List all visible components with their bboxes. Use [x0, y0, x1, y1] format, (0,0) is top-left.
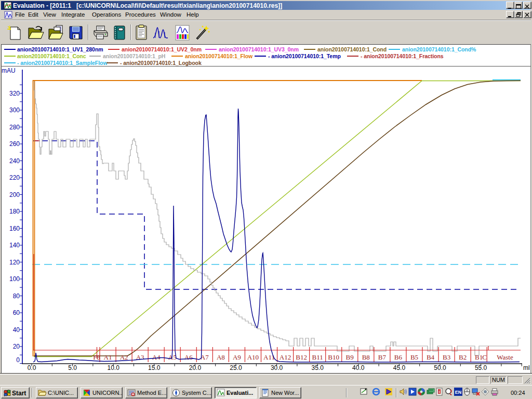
- svg-text:0.0: 0.0: [28, 364, 36, 371]
- svg-text:B12: B12: [296, 353, 307, 361]
- svg-text:A9: A9: [233, 353, 241, 361]
- svg-text:B1: B1: [475, 353, 483, 361]
- svg-text:180: 180: [9, 208, 20, 215]
- svg-text:140: 140: [9, 242, 20, 249]
- svg-text:B8: B8: [362, 353, 370, 361]
- svg-text:25.0: 25.0: [230, 364, 242, 371]
- svg-text:300: 300: [9, 107, 20, 114]
- svg-text:A11: A11: [263, 353, 275, 361]
- svg-text:30.0: 30.0: [271, 364, 283, 371]
- svg-text:0: 0: [16, 356, 20, 364]
- svg-text:80: 80: [13, 292, 20, 300]
- svg-text:120: 120: [9, 259, 20, 266]
- svg-text:Waste: Waste: [497, 353, 513, 361]
- svg-text:320: 320: [9, 90, 20, 97]
- svg-text:A12: A12: [280, 353, 291, 361]
- svg-text:60: 60: [13, 309, 20, 316]
- svg-text:220: 220: [9, 174, 20, 181]
- svg-text:A6: A6: [184, 353, 193, 361]
- svg-text:B11: B11: [312, 353, 323, 361]
- svg-text:45.0: 45.0: [393, 364, 406, 371]
- svg-text:12: 12: [131, 393, 135, 396]
- svg-text:B4: B4: [427, 353, 435, 361]
- svg-text:10.0: 10.0: [108, 364, 120, 371]
- svg-text:40: 40: [13, 326, 20, 334]
- svg-text:20.0: 20.0: [189, 364, 202, 371]
- svg-text:200: 200: [9, 191, 20, 198]
- svg-text:A8: A8: [217, 353, 225, 361]
- svg-text:B6: B6: [394, 353, 403, 361]
- svg-text:B3: B3: [443, 353, 450, 361]
- svg-text:A1: A1: [104, 353, 112, 361]
- svg-text:ml: ml: [523, 364, 530, 371]
- svg-text:B5: B5: [410, 353, 418, 361]
- svg-text:B10: B10: [328, 353, 339, 361]
- svg-text:C: C: [482, 353, 487, 361]
- svg-text:260: 260: [9, 140, 20, 148]
- svg-text:EN: EN: [455, 390, 462, 395]
- svg-text:i: i: [438, 389, 440, 394]
- svg-text:5.0: 5.0: [68, 364, 77, 371]
- svg-text:55.0: 55.0: [475, 364, 487, 371]
- svg-text:100: 100: [9, 275, 20, 283]
- svg-text:280: 280: [9, 124, 20, 131]
- svg-text:240: 240: [9, 157, 20, 165]
- svg-text:A10: A10: [247, 353, 259, 361]
- svg-text:A2: A2: [120, 353, 128, 361]
- svg-text:15.0: 15.0: [148, 364, 161, 371]
- svg-text:B2: B2: [459, 353, 467, 361]
- svg-text:160: 160: [9, 225, 20, 232]
- svg-text:B7: B7: [378, 353, 387, 361]
- svg-text:40.0: 40.0: [352, 364, 365, 371]
- svg-text:F8: F8: [93, 353, 100, 361]
- svg-text:35.0: 35.0: [312, 364, 324, 371]
- svg-text:20: 20: [13, 343, 20, 350]
- svg-text:50.0: 50.0: [434, 364, 446, 371]
- svg-text:A4: A4: [152, 353, 161, 361]
- svg-text:mAU: mAU: [2, 67, 16, 74]
- svg-text:B9: B9: [346, 353, 354, 361]
